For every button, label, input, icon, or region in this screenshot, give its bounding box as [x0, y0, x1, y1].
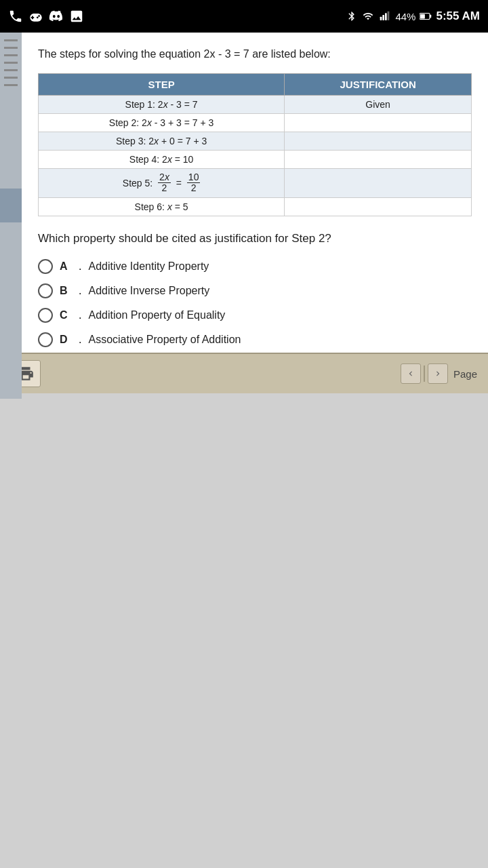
step3-justification: [285, 132, 472, 151]
choice-b-letter: B: [60, 285, 72, 297]
step2-text: Step 2: 2x - 3 + 3 = 7 + 3: [39, 114, 285, 132]
table-row: Step 3: 2x + 0 = 7 + 3: [39, 132, 472, 151]
step3-text: Step 3: 2x + 0 = 7 + 3: [39, 132, 285, 151]
step1-justification: Given: [285, 96, 472, 114]
radio-c[interactable]: [38, 308, 53, 323]
bluetooth-icon: [346, 9, 357, 23]
gray-background: [0, 393, 488, 868]
sidebar-line-7: [4, 84, 18, 86]
table-header-justification: JUSTIFICATION: [285, 74, 472, 96]
image-icon: [69, 9, 84, 24]
steps-table: STEP JUSTIFICATION Step 1: 2x - 3 = 7 Gi…: [38, 73, 472, 216]
which-property-question: Which property should be cited as justif…: [38, 230, 472, 248]
sidebar-line-4: [4, 62, 18, 64]
question-intro: The steps for solving the equation 2x - …: [38, 46, 472, 62]
sidebar-line-1: [4, 39, 18, 41]
step6-justification: [285, 197, 472, 216]
bottom-toolbar: Page: [0, 353, 488, 393]
next-page-button[interactable]: [428, 363, 448, 384]
sidebar-line-3: [4, 54, 18, 56]
wifi-icon: [361, 11, 375, 22]
choice-a[interactable]: A . Additive Identity Property: [38, 259, 472, 274]
choice-c-letter: C: [60, 309, 72, 321]
choice-c[interactable]: C . Addition Property of Equality: [38, 308, 472, 323]
radio-d[interactable]: [38, 332, 53, 347]
sidebar-line-2: [4, 47, 18, 49]
phone-icon: [8, 9, 23, 24]
navigation-area: Page: [401, 363, 477, 384]
step5-justification: [285, 169, 472, 198]
table-row: Step 5: 2x 2 = 10 2: [39, 169, 472, 198]
choice-b-text: Additive Inverse Property: [88, 285, 209, 297]
radio-b[interactable]: [38, 283, 53, 298]
svg-rect-0: [380, 17, 382, 20]
choice-d[interactable]: D . Associative Property of Addition: [38, 332, 472, 347]
table-row: Step 4: 2x = 10: [39, 151, 472, 169]
dot-b: .: [79, 285, 81, 297]
svg-rect-6: [430, 15, 431, 18]
dot-c: .: [79, 309, 81, 321]
step4-text: Step 4: 2x = 10: [39, 151, 285, 169]
choice-c-text: Addition Property of Equality: [88, 309, 225, 321]
dot-a: .: [79, 260, 81, 273]
dot-d: .: [79, 334, 81, 346]
signal-icon: [379, 11, 391, 22]
choice-d-letter: D: [60, 334, 72, 346]
step5-text: Step 5: 2x 2 = 10 2: [39, 169, 285, 198]
status-bar: 44% 5:55 AM: [0, 0, 488, 33]
svg-rect-1: [383, 15, 385, 20]
sidebar-line-6: [4, 77, 18, 79]
svg-rect-2: [385, 13, 387, 20]
battery-percent: 44%: [395, 11, 415, 22]
content-area: The steps for solving the equation 2x - …: [22, 33, 488, 399]
sidebar-line-5: [4, 69, 18, 71]
status-right-icons: 44% 5:55 AM: [346, 9, 480, 23]
choice-d-text: Associative Property of Addition: [88, 334, 241, 346]
nav-divider: [424, 366, 425, 382]
step4-justification: [285, 151, 472, 169]
step6-text: Step 6: x = 5: [39, 197, 285, 216]
page-label: Page: [453, 368, 477, 380]
step1-text: Step 1: 2x - 3 = 7: [39, 96, 285, 114]
right-arrow-icon: [433, 369, 443, 378]
table-row: Step 6: x = 5: [39, 197, 472, 216]
sidebar-strip: [0, 33, 22, 399]
prev-page-button[interactable]: [401, 363, 421, 384]
table-row: Step 2: 2x - 3 + 3 = 7 + 3: [39, 114, 472, 132]
discord-icon: [49, 9, 64, 24]
status-left-icons: [8, 9, 84, 24]
choice-a-text: Additive Identity Property: [88, 260, 209, 273]
battery-icon: [420, 12, 432, 21]
sidebar-active-indicator: [0, 189, 22, 222]
svg-rect-3: [388, 12, 390, 20]
gamepad-icon: [28, 9, 43, 24]
choice-b[interactable]: B . Additive Inverse Property: [38, 283, 472, 298]
choice-a-letter: A: [60, 260, 72, 273]
left-arrow-icon: [406, 369, 415, 378]
step2-justification: [285, 114, 472, 132]
table-row: Step 1: 2x - 3 = 7 Given: [39, 96, 472, 114]
radio-a[interactable]: [38, 259, 53, 274]
table-header-step: STEP: [39, 74, 285, 96]
status-time: 5:55 AM: [436, 9, 480, 23]
svg-rect-5: [421, 14, 426, 19]
